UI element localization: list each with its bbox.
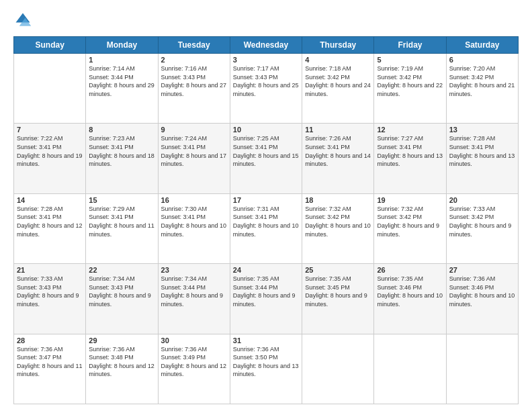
page: SundayMondayTuesdayWednesdayThursdayFrid… bbox=[0, 0, 532, 411]
calendar-cell: 30 Sunrise: 7:36 AM Sunset: 3:49 PM Dayl… bbox=[158, 334, 230, 404]
calendar-cell: 24 Sunrise: 7:35 AM Sunset: 3:44 PM Dayl… bbox=[230, 264, 302, 334]
calendar-cell: 29 Sunrise: 7:36 AM Sunset: 3:48 PM Dayl… bbox=[86, 334, 158, 404]
day-info: Sunrise: 7:28 AM Sunset: 3:41 PM Dayligh… bbox=[449, 134, 515, 168]
calendar-cell bbox=[302, 334, 374, 404]
day-number: 17 bbox=[233, 196, 299, 204]
sunset-text: Sunset: 3:41 PM bbox=[377, 144, 422, 150]
day-info: Sunrise: 7:36 AM Sunset: 3:46 PM Dayligh… bbox=[449, 275, 515, 308]
sunset-text: Sunset: 3:41 PM bbox=[233, 144, 278, 150]
sunrise-text: Sunrise: 7:25 AM bbox=[233, 135, 279, 142]
day-info: Sunrise: 7:16 AM Sunset: 3:43 PM Dayligh… bbox=[161, 64, 227, 98]
daylight-text: Daylight: 8 hours and 22 minutes. bbox=[377, 82, 443, 97]
day-info: Sunrise: 7:31 AM Sunset: 3:41 PM Dayligh… bbox=[233, 205, 299, 238]
day-number: 29 bbox=[89, 336, 154, 345]
calendar-cell: 7 Sunrise: 7:22 AM Sunset: 3:41 PM Dayli… bbox=[14, 124, 86, 193]
day-info: Sunrise: 7:35 AM Sunset: 3:45 PM Dayligh… bbox=[305, 275, 371, 308]
daylight-text: Daylight: 8 hours and 19 minutes. bbox=[17, 152, 83, 168]
sunrise-text: Sunrise: 7:32 AM bbox=[377, 205, 423, 212]
sunset-text: Sunset: 3:41 PM bbox=[89, 144, 134, 150]
sunset-text: Sunset: 3:49 PM bbox=[161, 354, 206, 361]
sunrise-text: Sunrise: 7:33 AM bbox=[449, 205, 496, 212]
day-info: Sunrise: 7:36 AM Sunset: 3:48 PM Dayligh… bbox=[89, 345, 154, 379]
sunset-text: Sunset: 3:43 PM bbox=[17, 284, 62, 291]
calendar-cell: 9 Sunrise: 7:24 AM Sunset: 3:41 PM Dayli… bbox=[158, 124, 230, 193]
day-number: 31 bbox=[233, 336, 299, 345]
daylight-text: Daylight: 8 hours and 9 minutes. bbox=[377, 222, 439, 238]
daylight-text: Daylight: 8 hours and 13 minutes. bbox=[449, 152, 515, 168]
day-info: Sunrise: 7:29 AM Sunset: 3:41 PM Dayligh… bbox=[89, 205, 154, 238]
sunset-text: Sunset: 3:41 PM bbox=[17, 144, 62, 150]
sunrise-text: Sunrise: 7:36 AM bbox=[449, 275, 496, 282]
daylight-text: Daylight: 8 hours and 15 minutes. bbox=[233, 152, 299, 168]
daylight-text: Daylight: 8 hours and 10 minutes. bbox=[449, 292, 515, 308]
day-number: 8 bbox=[89, 126, 154, 134]
day-info: Sunrise: 7:36 AM Sunset: 3:47 PM Dayligh… bbox=[17, 345, 83, 379]
sunrise-text: Sunrise: 7:36 AM bbox=[233, 346, 279, 353]
day-number: 24 bbox=[233, 266, 299, 274]
daylight-text: Daylight: 8 hours and 12 minutes. bbox=[17, 222, 83, 238]
day-number: 18 bbox=[305, 196, 371, 204]
calendar-cell: 5 Sunrise: 7:19 AM Sunset: 3:42 PM Dayli… bbox=[374, 54, 446, 124]
sunrise-text: Sunrise: 7:22 AM bbox=[17, 135, 63, 142]
day-info: Sunrise: 7:36 AM Sunset: 3:49 PM Dayligh… bbox=[161, 345, 227, 379]
daylight-text: Daylight: 8 hours and 29 minutes. bbox=[89, 82, 154, 97]
weekday-header: Sunday bbox=[14, 37, 86, 54]
day-number: 13 bbox=[449, 126, 515, 134]
daylight-text: Daylight: 8 hours and 9 minutes. bbox=[449, 222, 512, 238]
day-info: Sunrise: 7:22 AM Sunset: 3:41 PM Dayligh… bbox=[17, 134, 83, 168]
calendar-week-row: 7 Sunrise: 7:22 AM Sunset: 3:41 PM Dayli… bbox=[14, 124, 519, 193]
day-number: 10 bbox=[233, 126, 299, 134]
sunset-text: Sunset: 3:45 PM bbox=[305, 284, 350, 291]
calendar-cell bbox=[446, 334, 518, 404]
daylight-text: Daylight: 8 hours and 14 minutes. bbox=[305, 152, 371, 168]
day-number: 25 bbox=[305, 266, 371, 274]
day-info: Sunrise: 7:35 AM Sunset: 3:46 PM Dayligh… bbox=[377, 275, 443, 308]
calendar-cell: 31 Sunrise: 7:36 AM Sunset: 3:50 PM Dayl… bbox=[230, 334, 302, 404]
day-number: 7 bbox=[17, 126, 83, 134]
day-number: 21 bbox=[17, 266, 83, 274]
logo-icon bbox=[13, 11, 32, 30]
daylight-text: Daylight: 8 hours and 24 minutes. bbox=[305, 82, 371, 97]
day-info: Sunrise: 7:32 AM Sunset: 3:42 PM Dayligh… bbox=[377, 205, 443, 238]
day-number: 22 bbox=[89, 266, 154, 274]
sunrise-text: Sunrise: 7:27 AM bbox=[377, 135, 423, 142]
sunrise-text: Sunrise: 7:34 AM bbox=[89, 275, 135, 282]
calendar-cell: 17 Sunrise: 7:31 AM Sunset: 3:41 PM Dayl… bbox=[230, 193, 302, 263]
sunrise-text: Sunrise: 7:19 AM bbox=[377, 65, 423, 72]
day-number: 28 bbox=[17, 336, 83, 345]
sunrise-text: Sunrise: 7:31 AM bbox=[233, 205, 279, 212]
calendar-cell: 3 Sunrise: 7:17 AM Sunset: 3:43 PM Dayli… bbox=[230, 54, 302, 124]
sunset-text: Sunset: 3:46 PM bbox=[377, 284, 422, 291]
day-info: Sunrise: 7:17 AM Sunset: 3:43 PM Dayligh… bbox=[233, 64, 299, 98]
calendar-cell: 27 Sunrise: 7:36 AM Sunset: 3:46 PM Dayl… bbox=[446, 264, 518, 334]
day-number: 20 bbox=[449, 196, 515, 204]
sunrise-text: Sunrise: 7:16 AM bbox=[161, 65, 208, 72]
calendar-cell: 15 Sunrise: 7:29 AM Sunset: 3:41 PM Dayl… bbox=[86, 193, 158, 263]
sunrise-text: Sunrise: 7:35 AM bbox=[233, 275, 279, 282]
day-number: 2 bbox=[161, 56, 227, 64]
sunset-text: Sunset: 3:41 PM bbox=[17, 214, 62, 220]
sunrise-text: Sunrise: 7:35 AM bbox=[377, 275, 423, 282]
daylight-text: Daylight: 8 hours and 17 minutes. bbox=[161, 152, 227, 168]
calendar-cell: 23 Sunrise: 7:34 AM Sunset: 3:44 PM Dayl… bbox=[158, 264, 230, 334]
calendar-cell: 1 Sunrise: 7:14 AM Sunset: 3:44 PM Dayli… bbox=[86, 54, 158, 124]
sunset-text: Sunset: 3:47 PM bbox=[17, 354, 62, 361]
daylight-text: Daylight: 8 hours and 21 minutes. bbox=[449, 82, 515, 97]
sunrise-text: Sunrise: 7:36 AM bbox=[17, 346, 63, 353]
day-number: 1 bbox=[89, 56, 154, 64]
weekday-header: Saturday bbox=[446, 37, 518, 54]
calendar-cell: 16 Sunrise: 7:30 AM Sunset: 3:41 PM Dayl… bbox=[158, 193, 230, 263]
day-number: 4 bbox=[305, 56, 371, 64]
daylight-text: Daylight: 8 hours and 27 minutes. bbox=[161, 82, 227, 97]
daylight-text: Daylight: 8 hours and 9 minutes. bbox=[233, 292, 296, 308]
sunrise-text: Sunrise: 7:33 AM bbox=[17, 275, 63, 282]
sunrise-text: Sunrise: 7:24 AM bbox=[161, 135, 208, 142]
calendar-cell: 28 Sunrise: 7:36 AM Sunset: 3:47 PM Dayl… bbox=[14, 334, 86, 404]
sunrise-text: Sunrise: 7:14 AM bbox=[89, 65, 135, 72]
day-info: Sunrise: 7:35 AM Sunset: 3:44 PM Dayligh… bbox=[233, 275, 299, 308]
day-info: Sunrise: 7:36 AM Sunset: 3:50 PM Dayligh… bbox=[233, 345, 299, 379]
daylight-text: Daylight: 8 hours and 13 minutes. bbox=[377, 152, 443, 168]
sunrise-text: Sunrise: 7:36 AM bbox=[89, 346, 135, 353]
daylight-text: Daylight: 8 hours and 11 minutes. bbox=[17, 363, 83, 378]
sunrise-text: Sunrise: 7:18 AM bbox=[305, 65, 351, 72]
